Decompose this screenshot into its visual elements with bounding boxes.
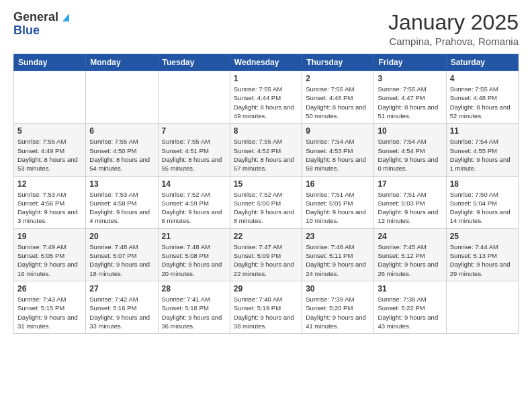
calendar-cell: 2Sunrise: 7:55 AMSunset: 4:46 PMDaylight… (302, 71, 374, 124)
logo-general: General (13, 11, 58, 24)
day-detail: Sunrise: 7:55 AMSunset: 4:52 PMDaylight:… (234, 137, 298, 173)
day-number: 13 (89, 179, 154, 189)
day-number: 10 (378, 126, 442, 136)
calendar-cell: 21Sunrise: 7:48 AMSunset: 5:08 PMDayligh… (158, 228, 230, 281)
day-number: 25 (450, 232, 515, 241)
day-detail: Sunrise: 7:48 AMSunset: 5:08 PMDaylight:… (162, 242, 226, 278)
day-detail: Sunrise: 7:49 AMSunset: 5:05 PMDaylight:… (17, 242, 82, 278)
day-number: 7 (162, 126, 226, 136)
calendar-cell: 29Sunrise: 7:40 AMSunset: 5:19 PMDayligh… (230, 281, 302, 333)
day-detail: Sunrise: 7:48 AMSunset: 5:07 PMDaylight:… (89, 242, 154, 278)
week-row-4: 26Sunrise: 7:43 AMSunset: 5:15 PMDayligh… (14, 281, 519, 333)
calendar-cell: 18Sunrise: 7:50 AMSunset: 5:04 PMDayligh… (446, 176, 518, 228)
calendar-cell: 14Sunrise: 7:52 AMSunset: 4:59 PMDayligh… (158, 176, 230, 228)
calendar-cell: 20Sunrise: 7:48 AMSunset: 5:07 PMDayligh… (86, 228, 158, 281)
day-number: 18 (450, 179, 515, 189)
day-number: 30 (306, 284, 370, 293)
week-row-2: 12Sunrise: 7:53 AMSunset: 4:56 PMDayligh… (14, 176, 519, 228)
week-row-0: 1Sunrise: 7:55 AMSunset: 4:44 PMDaylight… (14, 71, 519, 124)
weekday-header-row: SundayMondayTuesdayWednesdayThursdayFrid… (14, 54, 519, 71)
day-number: 17 (378, 179, 442, 189)
day-detail: Sunrise: 7:55 AMSunset: 4:49 PMDaylight:… (17, 137, 82, 173)
weekday-header-thursday: Thursday (302, 54, 374, 71)
weekday-header-friday: Friday (374, 54, 446, 71)
calendar-cell: 28Sunrise: 7:41 AMSunset: 5:18 PMDayligh… (158, 281, 230, 333)
day-number: 20 (89, 232, 154, 241)
calendar-cell: 3Sunrise: 7:55 AMSunset: 4:47 PMDaylight… (374, 71, 446, 124)
calendar-title: January 2025 (388, 11, 519, 34)
calendar-cell: 5Sunrise: 7:55 AMSunset: 4:49 PMDaylight… (14, 124, 86, 176)
week-row-1: 5Sunrise: 7:55 AMSunset: 4:49 PMDaylight… (14, 124, 519, 176)
calendar-cell (14, 71, 86, 124)
day-number: 5 (17, 126, 82, 136)
day-detail: Sunrise: 7:41 AMSunset: 5:18 PMDaylight:… (162, 295, 226, 330)
day-number: 6 (89, 126, 154, 136)
header: General Blue January 2025 Campina, Praho… (13, 11, 519, 47)
day-detail: Sunrise: 7:45 AMSunset: 5:12 PMDaylight:… (378, 242, 442, 278)
title-block: January 2025 Campina, Prahova, Romania (388, 11, 519, 47)
day-detail: Sunrise: 7:52 AMSunset: 4:59 PMDaylight:… (162, 190, 226, 226)
day-number: 12 (17, 179, 82, 189)
day-number: 26 (17, 284, 82, 293)
calendar-cell: 17Sunrise: 7:51 AMSunset: 5:03 PMDayligh… (374, 176, 446, 228)
day-detail: Sunrise: 7:55 AMSunset: 4:44 PMDaylight:… (234, 85, 298, 120)
calendar-cell: 22Sunrise: 7:47 AMSunset: 5:09 PMDayligh… (230, 228, 302, 281)
calendar-cell: 9Sunrise: 7:54 AMSunset: 4:53 PMDaylight… (302, 124, 374, 176)
weekday-header-sunday: Sunday (14, 54, 86, 71)
day-number: 9 (306, 126, 370, 136)
calendar-cell: 30Sunrise: 7:39 AMSunset: 5:20 PMDayligh… (302, 281, 374, 333)
day-number: 22 (234, 232, 298, 241)
day-detail: Sunrise: 7:54 AMSunset: 4:55 PMDaylight:… (450, 137, 515, 173)
day-detail: Sunrise: 7:44 AMSunset: 5:13 PMDaylight:… (450, 242, 515, 278)
day-detail: Sunrise: 7:53 AMSunset: 4:58 PMDaylight:… (89, 190, 154, 226)
day-number: 27 (89, 284, 154, 293)
calendar-cell: 11Sunrise: 7:54 AMSunset: 4:55 PMDayligh… (446, 124, 518, 176)
day-detail: Sunrise: 7:51 AMSunset: 5:03 PMDaylight:… (378, 190, 442, 226)
logo-blue: Blue (13, 24, 40, 38)
calendar-cell: 4Sunrise: 7:55 AMSunset: 4:48 PMDaylight… (446, 71, 518, 124)
day-number: 16 (306, 179, 370, 189)
day-detail: Sunrise: 7:55 AMSunset: 4:46 PMDaylight:… (306, 85, 370, 120)
calendar-cell: 16Sunrise: 7:51 AMSunset: 5:01 PMDayligh… (302, 176, 374, 228)
weekday-header-saturday: Saturday (446, 54, 518, 71)
day-detail: Sunrise: 7:54 AMSunset: 4:53 PMDaylight:… (306, 137, 370, 173)
day-detail: Sunrise: 7:55 AMSunset: 4:48 PMDaylight:… (450, 85, 515, 120)
day-number: 24 (378, 232, 442, 241)
day-number: 1 (234, 74, 298, 83)
day-number: 3 (378, 74, 442, 83)
day-number: 4 (450, 74, 515, 83)
calendar-cell: 6Sunrise: 7:55 AMSunset: 4:50 PMDaylight… (86, 124, 158, 176)
day-detail: Sunrise: 7:40 AMSunset: 5:19 PMDaylight:… (234, 295, 298, 330)
day-number: 31 (378, 284, 442, 293)
calendar-cell: 10Sunrise: 7:54 AMSunset: 4:54 PMDayligh… (374, 124, 446, 176)
day-number: 19 (17, 232, 82, 241)
calendar-cell: 26Sunrise: 7:43 AMSunset: 5:15 PMDayligh… (14, 281, 86, 333)
day-detail: Sunrise: 7:55 AMSunset: 4:50 PMDaylight:… (89, 137, 154, 173)
calendar-table: SundayMondayTuesdayWednesdayThursdayFrid… (13, 54, 519, 334)
day-detail: Sunrise: 7:55 AMSunset: 4:51 PMDaylight:… (162, 137, 226, 173)
day-detail: Sunrise: 7:54 AMSunset: 4:54 PMDaylight:… (378, 137, 442, 173)
day-detail: Sunrise: 7:38 AMSunset: 5:22 PMDaylight:… (378, 295, 442, 330)
logo-icon (60, 11, 72, 23)
week-row-3: 19Sunrise: 7:49 AMSunset: 5:05 PMDayligh… (14, 228, 519, 281)
weekday-header-wednesday: Wednesday (230, 54, 302, 71)
calendar-cell: 1Sunrise: 7:55 AMSunset: 4:44 PMDaylight… (230, 71, 302, 124)
calendar-cell: 19Sunrise: 7:49 AMSunset: 5:05 PMDayligh… (14, 228, 86, 281)
calendar-subtitle: Campina, Prahova, Romania (388, 36, 519, 47)
day-detail: Sunrise: 7:39 AMSunset: 5:20 PMDaylight:… (306, 295, 370, 330)
day-detail: Sunrise: 7:53 AMSunset: 4:56 PMDaylight:… (17, 190, 82, 226)
day-detail: Sunrise: 7:55 AMSunset: 4:47 PMDaylight:… (378, 85, 442, 120)
day-detail: Sunrise: 7:51 AMSunset: 5:01 PMDaylight:… (306, 190, 370, 226)
calendar-cell: 7Sunrise: 7:55 AMSunset: 4:51 PMDaylight… (158, 124, 230, 176)
day-number: 29 (234, 284, 298, 293)
day-number: 28 (162, 284, 226, 293)
calendar-cell: 13Sunrise: 7:53 AMSunset: 4:58 PMDayligh… (86, 176, 158, 228)
calendar-cell (158, 71, 230, 124)
page: General Blue January 2025 Campina, Praho… (0, 0, 532, 411)
calendar-cell: 31Sunrise: 7:38 AMSunset: 5:22 PMDayligh… (374, 281, 446, 333)
day-number: 2 (306, 74, 370, 83)
day-number: 14 (162, 179, 226, 189)
day-number: 21 (162, 232, 226, 241)
day-number: 8 (234, 126, 298, 136)
calendar-cell: 8Sunrise: 7:55 AMSunset: 4:52 PMDaylight… (230, 124, 302, 176)
